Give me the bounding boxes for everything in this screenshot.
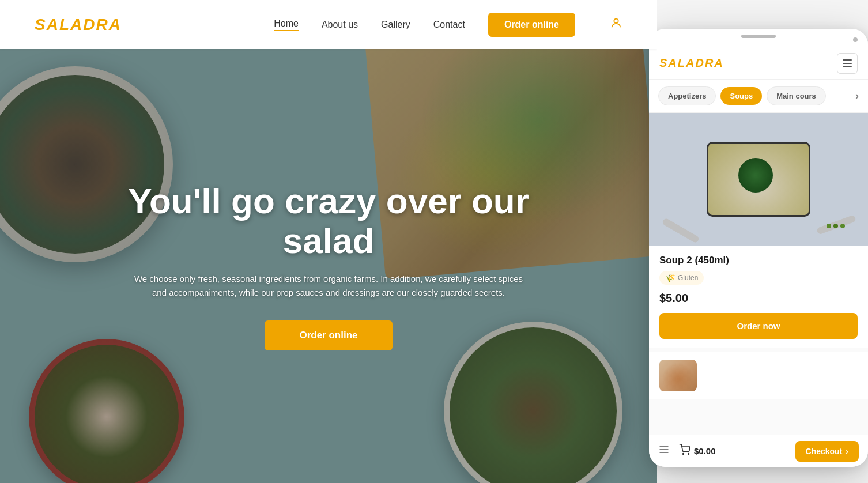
svg-point-4 [683,454,684,455]
status-bar [649,29,868,47]
status-dot [853,37,858,42]
menu-line-3 [843,66,852,67]
status-notch [741,35,776,38]
app-header: SALADRA [649,47,868,80]
app-bottom-bar: $0.00 Checkout › [649,435,868,467]
tab-soups[interactable]: Soups [720,87,762,105]
hero-order-button[interactable]: Order online [265,320,392,350]
gluten-icon: 🌾 [665,273,675,282]
site-header: SALADRA Home About us Gallery Contact Or… [0,0,657,49]
mobile-app-panel: SALADRA Appetizers Soups Main cours › [649,29,868,467]
food-card-details: Soup 2 (450ml) 🌾 Gluten $5.00 Order now [649,246,868,348]
nav-item-gallery[interactable]: Gallery [381,20,410,30]
cart-area: $0.00 [679,444,716,458]
food-order-now-button[interactable]: Order now [659,313,858,339]
svg-point-5 [688,454,689,455]
hero-title: You'll go crazy over our salad [104,182,553,260]
menu-line-1 [843,59,852,61]
food-content-area: Soup 2 (450ml) 🌾 Gluten $5.00 Order now [649,113,868,435]
tab-appetizers[interactable]: Appetizers [658,86,716,105]
hero-content: You'll go crazy over our salad We choose… [69,182,588,350]
nav-item-home[interactable]: Home [274,18,299,31]
header-order-button[interactable]: Order online [488,13,575,37]
svg-point-0 [614,18,618,22]
checkout-arrow-icon: › [846,447,848,456]
food-card-image [649,113,868,246]
food-card-soup2: Soup 2 (450ml) 🌾 Gluten $5.00 Order now [649,113,868,348]
nav-item-contact[interactable]: Contact [433,20,465,30]
site-nav: Home About us Gallery Contact Order onli… [274,13,622,37]
tab-main-course[interactable]: Main cours [767,86,826,105]
desktop-website: SALADRA Home About us Gallery Contact Or… [0,0,657,483]
cart-amount: $0.00 [694,446,716,456]
checkout-button[interactable]: Checkout › [795,441,859,462]
food-card-price: $5.00 [659,292,858,305]
app-menu-button[interactable] [837,53,858,74]
hero-section: You'll go crazy over our salad We choose… [0,49,657,483]
user-profile-icon[interactable] [610,17,622,33]
food-card-peek [649,348,868,399]
categories-more-icon[interactable]: › [855,90,859,102]
site-logo: SALADRA [35,16,122,34]
food-card-name: Soup 2 (450ml) [659,255,858,266]
bottom-menu-button[interactable] [658,444,670,458]
food-card-tag: 🌾 Gluten [659,271,704,285]
nav-item-about[interactable]: About us [322,20,358,30]
category-tabs: Appetizers Soups Main cours › [649,80,868,113]
menu-line-2 [843,63,852,64]
peas-decoration [827,224,845,228]
tag-label: Gluten [678,274,698,282]
peek-card-image [659,360,697,391]
app-logo: SALADRA [659,56,724,70]
hero-subtitle: We choose only fresh, seasonal ingredien… [127,272,530,300]
soup-bowl [707,142,810,217]
cart-icon[interactable] [679,444,690,458]
